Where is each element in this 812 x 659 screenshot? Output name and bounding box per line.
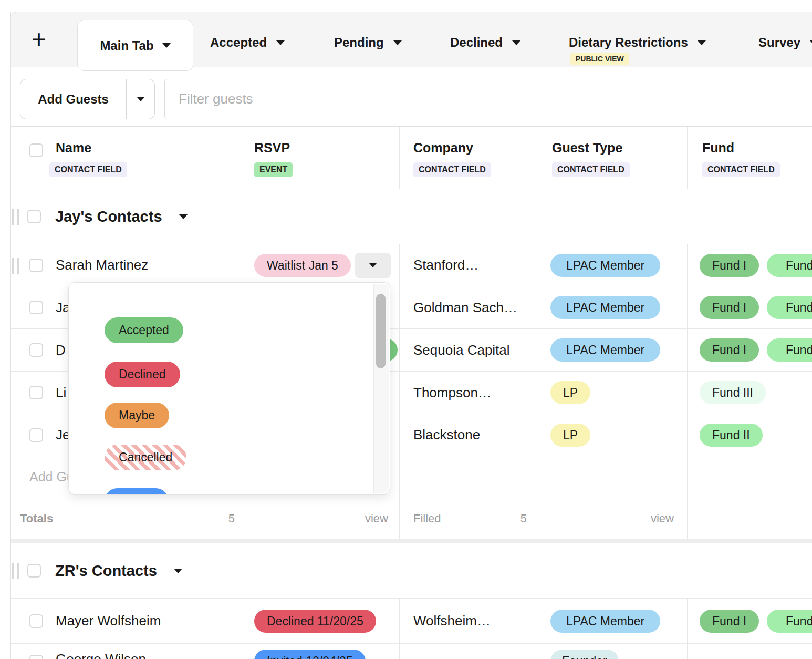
guest-type-pill: LPAC Member — [550, 296, 660, 319]
add-guests-split-button[interactable]: Add Guests — [20, 79, 155, 119]
chevron-down-icon — [393, 40, 402, 45]
menu-option-invited[interactable]: Invited — [105, 488, 169, 495]
rsvp-options-menu: Accepted Declined Maybe Cancelled Invite… — [68, 282, 390, 495]
row-checkbox[interactable] — [29, 343, 43, 357]
column-header-rsvp: RSVP — [254, 140, 290, 156]
guest-type-pill: Founder — [550, 650, 619, 659]
company-cell: Wolfsheim… — [413, 599, 491, 643]
fund-pill: Fund I — [700, 610, 759, 633]
group-title: ZR's Contacts — [55, 562, 157, 580]
company-cell: Goldman Sach… — [413, 286, 517, 328]
column-header-fund: Fund — [702, 140, 734, 156]
tab-label: Declined — [450, 35, 503, 50]
add-guests-dropdown-button[interactable] — [127, 79, 154, 119]
rsvp-pill[interactable]: Waitlist Jan 5 — [254, 254, 351, 277]
tab-survey[interactable]: Survey — [758, 30, 812, 55]
rsvp-option-pill: Maybe — [105, 403, 169, 428]
fund-pill: Fund I — [700, 338, 759, 362]
column-divider — [537, 127, 537, 189]
fund-pill: Fund II — [767, 338, 812, 362]
filled-count: 5 — [504, 498, 527, 539]
table-row[interactable]: Mayer Wolfsheim Declined 11/20/25 Wolfsh… — [10, 599, 812, 644]
chevron-down-icon[interactable] — [174, 569, 182, 573]
public-view-badge: PUBLIC VIEW — [570, 53, 629, 65]
column-header-company: Company — [413, 140, 473, 156]
chevron-down-icon — [512, 40, 520, 45]
totals-label: Totals — [20, 498, 53, 539]
scrollbar-thumb[interactable] — [376, 294, 386, 368]
company-cell: Thompson… — [413, 372, 492, 414]
rsvp-view-link[interactable]: view — [357, 498, 388, 539]
drag-handle-icon[interactable] — [12, 563, 19, 579]
fund-pill: Fund III — [700, 381, 766, 404]
contact-field-badge: CONTACT FIELD — [413, 162, 491, 177]
tab-label: Survey — [758, 35, 800, 50]
row-checkbox[interactable] — [29, 259, 43, 272]
drag-handle-icon[interactable] — [12, 209, 19, 225]
rsvp-option-pill: Accepted — [105, 317, 183, 343]
menu-option-accepted[interactable]: Accepted — [105, 317, 183, 343]
guest-name: Sarah Martinez — [56, 244, 148, 286]
row-checkbox[interactable] — [29, 301, 43, 314]
tab-declined[interactable]: Declined — [450, 30, 520, 55]
fund-pill: Fund I — [700, 254, 759, 277]
tab-accepted[interactable]: Accepted — [210, 30, 285, 55]
row-checkbox[interactable] — [29, 614, 43, 628]
column-divider — [687, 127, 688, 189]
add-tab-button[interactable]: + — [10, 12, 68, 67]
column-header-guest-type: Guest Type — [552, 140, 622, 156]
row-checkbox[interactable] — [29, 655, 43, 659]
chevron-down-icon — [369, 263, 377, 267]
tab-pending[interactable]: Pending — [334, 30, 402, 55]
group-checkbox[interactable] — [27, 564, 41, 578]
menu-option-declined[interactable]: Declined — [105, 362, 180, 387]
guest-type-pill: LPAC Member — [550, 610, 660, 633]
company-cell: Sequoia Capital — [413, 329, 510, 371]
table-row[interactable]: George Wilson Invited 12/04/25 Founder — [10, 644, 812, 659]
rsvp-dropdown-button[interactable] — [355, 253, 391, 278]
section-separator — [10, 539, 812, 543]
row-checkbox[interactable] — [29, 428, 43, 442]
guest-type-pill: LPAC Member — [550, 338, 660, 362]
rsvp-pill[interactable]: Declined 11/20/25 — [254, 610, 376, 633]
menu-option-maybe[interactable]: Maybe — [105, 403, 169, 428]
add-guests-button[interactable]: Add Guests — [20, 79, 126, 119]
chevron-down-icon — [276, 40, 285, 45]
fund-pill: Fund II — [767, 610, 812, 633]
totals-row: Totals 5 view Filled 5 view — [10, 498, 812, 539]
plus-icon: + — [32, 27, 46, 52]
guest-type-pill: LPAC Member — [550, 254, 660, 277]
group-checkbox[interactable] — [27, 210, 41, 223]
event-badge: EVENT — [254, 162, 293, 177]
contact-field-badge: CONTACT FIELD — [49, 162, 127, 177]
guest-list-app: + Main Tab Accepted Pending Declined Die… — [0, 0, 812, 659]
filled-label: Filled — [413, 498, 441, 539]
rsvp-option-pill: Invited — [105, 488, 169, 495]
company-cell: Blackstone — [413, 414, 480, 456]
drag-handle-icon[interactable] — [12, 258, 19, 274]
tab-main-tab[interactable]: Main Tab — [77, 20, 193, 71]
filter-guests-input[interactable] — [164, 79, 812, 119]
table-row[interactable]: Sarah Martinez Waitlist Jan 5 Stanford… … — [10, 244, 812, 286]
column-divider — [399, 127, 400, 189]
chevron-down-icon — [162, 43, 171, 48]
guest-name: Mayer Wolfsheim — [56, 599, 161, 643]
chevron-down-icon[interactable] — [179, 214, 188, 219]
tab-label: Accepted — [210, 35, 267, 50]
group-header: ZR's Contacts — [10, 543, 812, 599]
rsvp-pill[interactable]: Invited 12/04/25 — [254, 650, 366, 659]
guest-name: George Wilson — [56, 651, 146, 659]
menu-option-cancelled[interactable]: Cancelled — [105, 445, 186, 470]
contact-field-badge: CONTACT FIELD — [552, 162, 630, 177]
company-cell: Stanford… — [413, 244, 478, 286]
scrollbar-track[interactable] — [373, 284, 389, 493]
tab-dietary-restrictions[interactable]: Dietary Restrictions — [569, 30, 706, 55]
table-header-row: Name CONTACT FIELD RSVP EVENT Company CO… — [10, 126, 812, 189]
contact-field-badge: CONTACT FIELD — [702, 162, 780, 177]
row-checkbox[interactable] — [29, 386, 43, 399]
select-all-checkbox[interactable] — [29, 143, 43, 157]
tab-label: Dietary Restrictions — [569, 35, 688, 50]
tab-label: Pending — [334, 35, 384, 50]
guest-type-pill: LP — [550, 381, 590, 404]
guest-type-view-link[interactable]: view — [640, 498, 674, 539]
